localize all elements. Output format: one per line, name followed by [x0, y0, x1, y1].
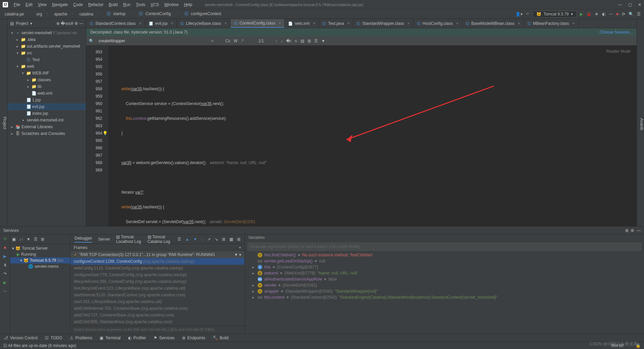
debugger-tabs[interactable]: Debugger Server ▤ Tomcat Localhost Log ▤…	[70, 235, 245, 244]
editor-tab[interactable]: 📄web.xml×	[285, 19, 319, 28]
settings-icon[interactable]: ☰	[637, 12, 641, 16]
bottom-toolbar[interactable]: ⎇Version Control☑TODO⚠Problems▣Terminal◐…	[0, 334, 644, 342]
stack-frame[interactable]: addChildInternal:753, ContainerBase (org…	[70, 305, 245, 312]
tree-item[interactable]: 📄web.xml	[7, 90, 86, 97]
stop-icon[interactable]: ■	[616, 12, 619, 16]
editor-tab[interactable]: ⒸLifecycleBase.class×	[177, 19, 230, 28]
reader-mode-label[interactable]: Reader Mode	[606, 48, 631, 55]
stack-frame[interactable]: webConfig:1115, ContextConfig (org.apach…	[70, 265, 245, 271]
tree-item[interactable]: ▪servlet-memshell.iml	[7, 117, 86, 123]
menu-navigate[interactable]: Navigate	[50, 1, 70, 8]
left-tool-strip[interactable]: Project Bookmarks Structure	[0, 19, 7, 226]
run-config-selector[interactable]: 🐱Tomcat 8.5.79▾	[533, 11, 576, 17]
editor-tab[interactable]: ⒸMBeanFactory.class×	[524, 19, 579, 28]
tree-item[interactable]: ▸🗄Scratches and Consoles	[7, 130, 86, 137]
toggle-view-icon[interactable]: ⊞	[625, 228, 629, 233]
find-bar[interactable]: 🔍 ✕ CcW.* 1/1 ↑↓�⟟⎋▤⊞☰▼	[86, 36, 637, 46]
tool-profiler[interactable]: ◐Profiler	[128, 336, 146, 340]
attach-icon[interactable]: ⋯	[609, 12, 613, 16]
tool-services[interactable]: ⚑Services	[154, 336, 175, 340]
stack-frame[interactable]: configureContext:1289, ContextConfig (or…	[70, 258, 245, 265]
gear-icon[interactable]: ⚙	[631, 228, 634, 233]
evaluate-input[interactable]: Evaluate expression (Enter) or add a wat…	[248, 243, 641, 251]
services-header[interactable]: Services ⊞ ⚙ —	[0, 227, 644, 235]
editor-tab[interactable]: ⒸStandardWrapper.class×	[353, 19, 414, 28]
search-icon[interactable]: 🔍	[629, 12, 634, 16]
variable-row[interactable]: ▸≡ servlet = {ServletDef@3261}	[245, 282, 644, 288]
variable-row[interactable]: oo servlet.getLoadOnStartup() = null	[245, 258, 644, 264]
variable-row[interactable]: ▸≡ wrapper = {StandardWrapper@3265} "Sta…	[245, 288, 644, 294]
stack-frame[interactable]: lifecycleEvent:299, ContextConfig (org.a…	[70, 278, 245, 285]
hide-icon[interactable]: —	[637, 228, 641, 233]
profile-icon[interactable]: ◐	[602, 12, 605, 16]
tree-item[interactable]: 🧾evil.jsp	[7, 103, 86, 110]
code-editor[interactable]: 953954955956957958959960961962963964💡965…	[86, 46, 637, 226]
tree-item[interactable]: 🧾index.jsp	[7, 110, 86, 117]
tool-problems[interactable]: ⚠Problems	[70, 336, 93, 340]
run-icon[interactable]: ▶	[580, 12, 583, 16]
services-tree-panel[interactable]: ▣↓↑▼☰⊞ ▾🐱Tomcat Server ▶Running ▾🐱Tomcat…	[10, 235, 70, 334]
project-tree[interactable]: ▾▪servlet-memshell F:\javasec-en▸📁.idea▸…	[7, 28, 86, 226]
editor-tab[interactable]: ⒸStandardContext.class×	[86, 19, 145, 28]
tree-item[interactable]: ▸📁.idea	[7, 36, 86, 43]
tree-item[interactable]: 🧾1.jsp	[7, 97, 86, 103]
tree-item[interactable]: ▾📁WEB-INF	[7, 70, 86, 77]
menu-help[interactable]: Help	[181, 1, 195, 8]
variable-row[interactable]: 01 allAuthenticatedUsersIsAppRole = fals…	[245, 276, 644, 282]
menu-tools[interactable]: Tools	[133, 1, 148, 8]
variable-row[interactable]: ! this.findChildren() = No such instance…	[245, 252, 644, 258]
variable-row[interactable]: ▸oo this.context = {StandardContext@2542…	[245, 294, 644, 300]
right-tool-strip[interactable]: Avantk Database RestfulTool	[637, 19, 644, 226]
tree-item[interactable]: ▸📁lib	[7, 83, 86, 90]
editor-tab[interactable]: ⒸContextConfig.class×	[230, 19, 285, 28]
editor-tab[interactable]: ⒸTest.java×	[319, 19, 353, 28]
tree-item[interactable]: ▸📚External Libraries	[7, 123, 86, 130]
stack-frame[interactable]: fireLifecycleEvent:123, LifecycleBase (o…	[70, 285, 245, 292]
update-icon[interactable]: ⟳	[622, 12, 625, 16]
main-menu[interactable]: FileEditViewNavigateCodeRefactorBuildRun…	[11, 1, 195, 8]
menu-build[interactable]: Build	[106, 1, 120, 8]
variable-row[interactable]: ▸≡ this = {ContextConfig@2677}	[245, 264, 644, 270]
stack-frame[interactable]: start:183, LifecycleBase (org.apache.cat…	[70, 298, 245, 305]
tree-item[interactable]: ⒸTest	[7, 56, 86, 63]
breadcrumb[interactable]: catalina.jar〉org〉apache〉catalina〉Ⓒ start…	[3, 11, 223, 17]
line-gutter[interactable]: 953954955956957958959960961962963964💡965…	[86, 46, 108, 226]
tree-item[interactable]: ▸📁classes	[7, 77, 86, 83]
menu-run[interactable]: Run	[121, 1, 133, 8]
tree-item[interactable]: ▾▪servlet-memshell F:\javasec-en	[7, 30, 86, 36]
variables-panel[interactable]: Variables Evaluate expression (Enter) or…	[245, 235, 644, 334]
menu-edit[interactable]: Edit	[23, 1, 35, 8]
menu-refactor[interactable]: Refactor	[86, 1, 106, 8]
window-controls[interactable]: —▢✕	[618, 2, 641, 7]
stack-frame[interactable]: configureStart:779, ContextConfig (org.a…	[70, 271, 245, 278]
variable-row[interactable]: ▸p webxml = {WebXml@2779} "Name: null, U…	[245, 270, 644, 276]
user-icon[interactable]: 👤▾	[516, 12, 523, 16]
code-content[interactable]: Reader Mode while(var35.hasNext()) { Con…	[108, 46, 637, 226]
tool-build[interactable]: 🔨Build	[213, 336, 229, 340]
coverage-icon[interactable]: ⛯	[595, 12, 599, 16]
editor-tab[interactable]: ⒸHostConfig.class×	[414, 19, 462, 28]
menu-file[interactable]: File	[11, 1, 22, 8]
tree-item[interactable]: ▾📁web	[7, 63, 86, 70]
tool-endpoints[interactable]: ⊕Endpoints	[182, 336, 205, 340]
stack-frame[interactable]: startInternal:5130, StandardContext (org…	[70, 292, 245, 298]
editor-tab[interactable]: ⒸBaseModelMBean.class×	[462, 19, 524, 28]
tool-version-control[interactable]: ⎇Version Control	[3, 336, 38, 340]
project-tool-button[interactable]: Project	[2, 117, 7, 129]
debug-toolbar[interactable]: ⟲ ■ ▶ ⏸ ↷ ▶ ⋯	[0, 235, 10, 334]
back-icon[interactable]: ↶	[526, 12, 529, 16]
tool-terminal[interactable]: ▣Terminal	[100, 336, 120, 340]
tree-item[interactable]: ▸📁out.artifacts.servlet_memshell	[7, 43, 86, 50]
stack-frame[interactable]: addChild:695, StandardHost (org.apache.c…	[70, 318, 245, 325]
tool-todo[interactable]: ☑TODO	[45, 336, 62, 340]
editor-tabs[interactable]: ⒸStandardContext.class×🧾evil.jsp×ⒸLifecy…	[86, 19, 637, 28]
menu-vcs[interactable]: VCS	[148, 1, 161, 8]
editor-tab[interactable]: 🧾evil.jsp×	[145, 19, 177, 28]
tree-item[interactable]: ▾📁src	[7, 50, 86, 56]
project-panel-header[interactable]: ▤ Project▾ ⊕ �você ⚙ —	[7, 19, 86, 28]
frames-panel[interactable]: Debugger Server ▤ Tomcat Localhost Log ▤…	[70, 235, 245, 334]
menu-code[interactable]: Code	[71, 1, 85, 8]
search-input[interactable]	[99, 39, 206, 43]
stack-frame[interactable]: addChild:727, ContainerBase (org.apache.…	[70, 312, 245, 318]
menu-view[interactable]: View	[36, 1, 49, 8]
